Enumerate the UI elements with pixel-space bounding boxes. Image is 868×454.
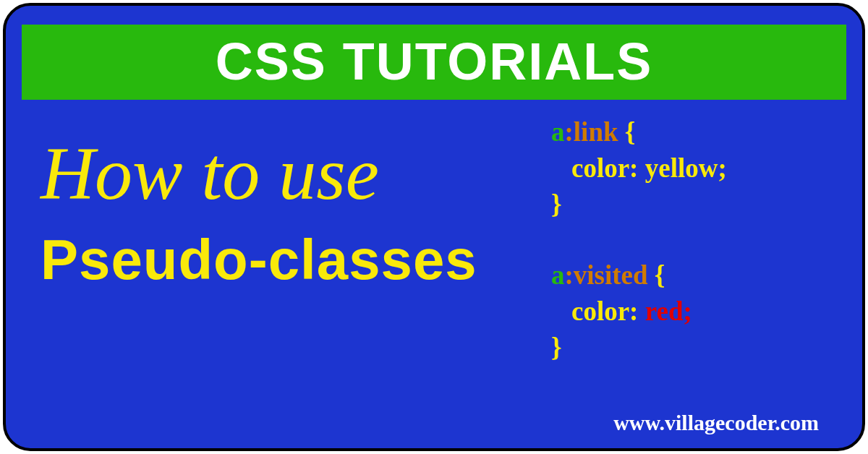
hero-line-2: Pseudo-classes bbox=[41, 231, 477, 288]
code-block-visited: a:visited { color: red; } bbox=[551, 257, 819, 366]
code-samples: a:link { color: yellow; } a:visited { co… bbox=[551, 114, 819, 401]
code-selector-a: a bbox=[551, 260, 565, 290]
code-prop: color: bbox=[571, 153, 638, 183]
header-bar: CSS TUTORIALS bbox=[22, 25, 846, 100]
code-value: red; bbox=[638, 296, 692, 326]
content-area: How to use Pseudo-classes a:link { color… bbox=[6, 100, 862, 129]
code-value: yellow; bbox=[638, 153, 726, 183]
code-selector-a: a bbox=[551, 117, 565, 147]
code-block-link: a:link { color: yellow; } bbox=[551, 114, 819, 223]
code-brace-close: } bbox=[551, 333, 562, 362]
code-brace-open: { bbox=[618, 117, 636, 147]
code-selector-pseudo: :link bbox=[565, 117, 618, 147]
code-selector-pseudo: :visited bbox=[565, 260, 648, 290]
hero-line-1: How to use bbox=[41, 136, 477, 211]
hero-text: How to use Pseudo-classes bbox=[41, 136, 477, 288]
code-brace-close: } bbox=[551, 189, 562, 219]
header-title: CSS TUTORIALS bbox=[22, 32, 846, 91]
code-brace-open: { bbox=[648, 260, 665, 290]
tutorial-card: CSS TUTORIALS How to use Pseudo-classes … bbox=[3, 3, 865, 451]
footer-url: www.villagecoder.com bbox=[613, 411, 819, 435]
code-prop: color: bbox=[571, 296, 638, 326]
